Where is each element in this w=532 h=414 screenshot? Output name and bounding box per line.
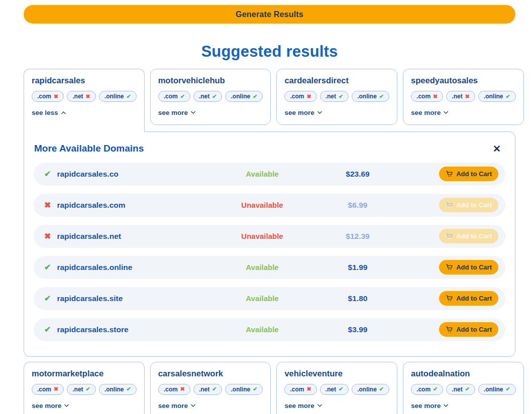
suggestion-cards-bottom-row: motormarketplace .com ✖ .net ✔ .online ✔… — [24, 362, 515, 414]
add-to-cart-button[interactable]: Add to Cart — [439, 167, 498, 181]
suggestion-card: speedyautosales .com ✖ .net ✖ .online ✔ … — [403, 69, 524, 125]
availability-icon: ✖ — [180, 386, 185, 392]
card-title: cardealersdirect — [284, 76, 389, 85]
cart-icon — [446, 295, 453, 302]
cart-icon — [446, 201, 453, 209]
domain-row: ✔ rapidcarsales.site Available $1.80 Add… — [34, 287, 505, 310]
availability-icon: ✔ — [180, 94, 185, 99]
tld-pill-list: .com ✖ .net ✔ .online ✔ — [32, 384, 137, 395]
availability-icon: ✖ — [86, 94, 90, 99]
tld-pill: .com ✔ — [411, 384, 443, 395]
see-more-toggle[interactable]: see more — [284, 109, 321, 116]
tld-label: .com — [416, 93, 431, 100]
domain-cell: ✖ rapidcarsales.com — [44, 201, 227, 210]
domain-name: rapidcarsales.co — [57, 170, 118, 179]
see-more-toggle[interactable]: see more — [32, 402, 68, 409]
domain-row-list: ✔ rapidcarsales.co Available $23.69 Add … — [34, 163, 505, 341]
suggestion-card: motormarketplace .com ✖ .net ✔ .online ✔… — [24, 362, 145, 414]
card-title: carsalesnetwork — [158, 369, 263, 378]
availability-icon: ✔ — [339, 386, 343, 392]
card-title: speedyautosales — [411, 76, 516, 85]
availability-icon: ✔ — [126, 386, 131, 392]
add-to-cart-button: Add to Cart — [439, 198, 498, 212]
availability-icon: ✔ — [126, 94, 131, 99]
tld-label: .online — [357, 386, 377, 393]
panel-header: More Available Domains ✕ — [34, 141, 505, 155]
chevron-down-icon — [64, 402, 69, 407]
cart-icon — [446, 263, 453, 271]
tld-pill: .online ✔ — [99, 91, 137, 102]
see-more-toggle[interactable]: see more — [411, 402, 448, 409]
domain-row: ✖ rapidcarsales.net Unavailable $12.39 A… — [34, 225, 505, 248]
chevron-down-icon — [317, 109, 322, 114]
chevron-down-icon — [191, 109, 196, 114]
cart-icon — [446, 232, 453, 240]
see-more-label: see more — [158, 402, 188, 409]
tld-pill-list: .com ✖ .net ✔ .online ✔ — [284, 91, 389, 102]
domain-row: ✔ rapidcarsales.online Available $1.99 A… — [34, 256, 505, 279]
see-more-toggle[interactable]: see more — [411, 109, 448, 116]
domain-price: $6.99 — [297, 201, 418, 210]
domain-price: $23.69 — [297, 170, 418, 179]
domain-row: ✔ rapidcarsales.co Available $23.69 Add … — [34, 163, 505, 186]
see-more-toggle[interactable]: see less — [32, 109, 65, 116]
suggestion-card: cardealersdirect .com ✖ .net ✔ .online ✔… — [276, 69, 397, 125]
tld-pill: .online ✔ — [99, 384, 137, 395]
domain-cell: ✔ rapidcarsales.store — [44, 325, 227, 334]
availability-icon: ✔ — [506, 386, 510, 392]
availability-icon: ✔ — [379, 94, 384, 99]
generate-results-button[interactable]: Generate Results — [24, 5, 515, 24]
tld-label: .online — [484, 386, 503, 393]
tld-label: .net — [326, 93, 336, 100]
tld-pill-list: .com ✖ .net ✖ .online ✔ — [32, 91, 137, 102]
domain-price: $12.39 — [297, 232, 418, 241]
see-more-toggle[interactable]: see more — [284, 402, 321, 409]
availability-icon: ✔ — [253, 94, 257, 99]
chevron-down-icon — [444, 402, 449, 407]
tld-pill: .com ✖ — [32, 91, 64, 102]
tld-pill-list: .com ✖ .net ✖ .online ✔ — [411, 91, 516, 102]
see-more-toggle[interactable]: see more — [158, 402, 195, 409]
tld-label: .net — [199, 93, 209, 100]
tld-pill: .online ✔ — [478, 91, 516, 102]
availability-icon: ✔ — [339, 94, 343, 99]
tld-label: .net — [326, 386, 336, 393]
availability-icon: ✖ — [54, 94, 58, 99]
domain-price: $1.99 — [297, 263, 418, 272]
tld-pill-list: .com ✖ .net ✔ .online ✔ — [284, 384, 389, 395]
domain-row: ✖ rapidcarsales.com Unavailable $6.99 Ad… — [34, 194, 505, 217]
tld-label: .com — [37, 93, 51, 100]
see-more-label: see more — [158, 109, 188, 116]
availability-icon: ✔ — [44, 295, 51, 303]
cart-icon — [446, 326, 453, 333]
add-to-cart-label: Add to Cart — [456, 295, 492, 302]
availability-icon: ✔ — [212, 386, 217, 392]
tld-label: .net — [452, 93, 462, 100]
add-to-cart-label: Add to Cart — [456, 170, 492, 178]
tld-pill: .online ✔ — [352, 384, 389, 395]
see-more-label: see more — [32, 402, 61, 409]
tld-label: .online — [357, 93, 377, 100]
tld-pill: .online ✔ — [225, 384, 263, 395]
domain-cell: ✔ rapidcarsales.site — [44, 294, 227, 303]
suggestion-card: motorvehiclehub .com ✔ .net ✔ .online ✔ … — [150, 69, 271, 125]
tld-pill: .net ✔ — [67, 384, 96, 395]
card-title: autodealnation — [411, 369, 516, 378]
availability-icon: ✖ — [465, 94, 470, 99]
add-to-cart-label: Add to Cart — [456, 201, 492, 209]
domain-name: rapidcarsales.store — [57, 325, 128, 334]
results-page: Generate Results Suggested results rapid… — [24, 5, 515, 414]
availability-icon: ✔ — [253, 386, 257, 392]
add-to-cart-button[interactable]: Add to Cart — [439, 260, 498, 274]
domain-name: rapidcarsales.site — [57, 294, 123, 303]
add-to-cart-button[interactable]: Add to Cart — [439, 291, 498, 306]
tld-label: .online — [231, 386, 250, 393]
close-icon[interactable]: ✕ — [492, 143, 502, 155]
domain-cell: ✖ rapidcarsales.net — [44, 232, 227, 241]
panel-title: More Available Domains — [34, 143, 144, 154]
tld-pill-list: .com ✖ .net ✔ .online ✔ — [158, 384, 263, 395]
see-more-toggle[interactable]: see more — [158, 109, 195, 116]
domain-row: ✔ rapidcarsales.store Available $3.99 Ad… — [34, 318, 505, 341]
domain-cell: ✔ rapidcarsales.co — [44, 170, 227, 179]
add-to-cart-button[interactable]: Add to Cart — [439, 322, 498, 337]
